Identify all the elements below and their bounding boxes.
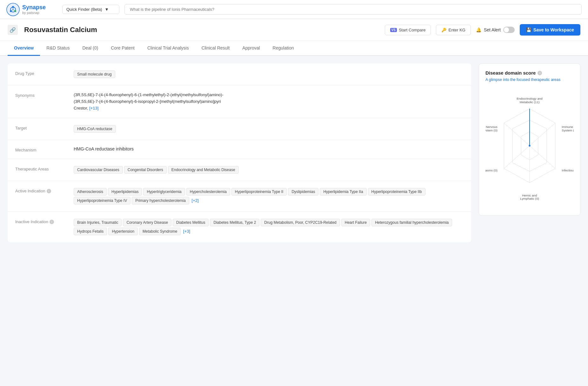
inactive-value: Brain Injuries, TraumaticCoronary Artery… bbox=[74, 218, 464, 236]
mechanism-row: Mechanism HMG-CoA reductase inhibitors bbox=[8, 140, 471, 159]
therapeutic-label: Therapeutic Areas bbox=[15, 165, 66, 171]
synonyms-value: (3R,5S,6E)-7-(4-(4-fluorophenyl)-6-(1-me… bbox=[74, 92, 464, 111]
disease-card-title: Disease domain score i bbox=[485, 70, 574, 76]
drug-icon: 🔗 bbox=[8, 25, 18, 35]
set-alert-group: 🔔 Set Alert bbox=[476, 27, 515, 33]
therapeutic-row: Therapeutic Areas Cardiovascular Disease… bbox=[8, 159, 471, 181]
start-compare-button[interactable]: VS Start Compare bbox=[385, 25, 431, 35]
disease-card: Disease domain score i A glimpse into th… bbox=[479, 63, 580, 216]
logo-synapse-label: Synapse bbox=[22, 4, 46, 11]
therapeutic-tag: Endocrinology and Metabolic Disease bbox=[168, 166, 239, 174]
drug-title: Rosuvastatin Calcium bbox=[24, 26, 378, 34]
tab-overview[interactable]: Overview bbox=[8, 41, 40, 56]
active-indication-tag: Hypercholesterolemia bbox=[186, 188, 230, 196]
dropdown-arrow-icon: ▼ bbox=[105, 7, 109, 12]
active-indication-tag: Hyperlipidemia Type IIa bbox=[320, 188, 366, 196]
drug-type-tag: Small molecule drug bbox=[74, 70, 115, 78]
save-label: Save to Workspace bbox=[533, 27, 574, 32]
disease-info-icon[interactable]: i bbox=[538, 71, 542, 75]
info-section: Drug Type Small molecule drug Synonyms (… bbox=[8, 63, 471, 242]
compare-badge: VS bbox=[390, 28, 397, 32]
save-workspace-button[interactable]: 💾 Save to Workspace bbox=[520, 24, 580, 36]
main-content: Drug Type Small molecule drug Synonyms (… bbox=[0, 56, 588, 250]
disease-domain-panel: Disease domain score i A glimpse into th… bbox=[479, 63, 580, 242]
tab-approval[interactable]: Approval bbox=[236, 41, 266, 56]
active-indication-tag: Hyperlipoproteinemia Type II bbox=[231, 188, 287, 196]
inactive-more-link[interactable]: [+3] bbox=[182, 229, 190, 234]
target-row: Target HMG-CoA reductase bbox=[8, 118, 471, 140]
active-indication-tag: Atherosclerosis bbox=[74, 188, 107, 196]
synonyms-line2: (3R,5S,6E)-7-(4-(4-fluorophenyl)-6-isopr… bbox=[74, 99, 221, 104]
logo-area: Synapse by patsnap bbox=[6, 3, 57, 16]
drug-emoji-icon: 🔗 bbox=[10, 27, 16, 33]
drug-header: 🔗 Rosuvastatin Calcium VS Start Compare … bbox=[0, 19, 588, 41]
inactive-indication-tag: Diabetes Mellitus, Type 2 bbox=[210, 219, 259, 226]
tab-clinical-result[interactable]: Clinical Result bbox=[195, 41, 236, 56]
svg-text:System (0): System (0) bbox=[485, 129, 498, 132]
svg-point-2 bbox=[12, 6, 14, 8]
tab-clinical-trial[interactable]: Clinical Trial Analysis bbox=[141, 41, 195, 56]
active-indication-tag: Hyperlipoproteinemia Type IIb bbox=[368, 188, 425, 196]
synonyms-line3: Crestor, bbox=[74, 106, 88, 110]
inactive-label: Inactive Indication i bbox=[15, 218, 66, 224]
therapeutic-tag: Congenital Disorders bbox=[124, 166, 167, 174]
active-indication-tag: Hypertriglyceridemia bbox=[143, 188, 185, 196]
active-indication-row: Active Indication i AtherosclerosisHyper… bbox=[8, 181, 471, 212]
active-indication-tag: Primary hypercholesterolemia bbox=[132, 197, 189, 204]
active-more-link[interactable]: [+2] bbox=[190, 198, 199, 203]
active-indication-tag: Hyperlipoproteinemia Type IV bbox=[74, 197, 130, 204]
compare-label: Start Compare bbox=[399, 28, 426, 32]
svg-text:Hemic and: Hemic and bbox=[522, 194, 537, 197]
active-info-icon[interactable]: i bbox=[47, 189, 51, 193]
svg-text:Endocrinology and: Endocrinology and bbox=[517, 97, 543, 100]
radar-chart-container: Endocrinology and Metabolic (11) Nervous… bbox=[485, 88, 574, 209]
tab-core-patent[interactable]: Core Patent bbox=[104, 41, 141, 56]
svg-text:System (0): System (0) bbox=[562, 129, 574, 132]
therapeutic-tag: Cardiovascular Diseases bbox=[74, 166, 123, 174]
therapeutic-value: Cardiovascular DiseasesCongenital Disord… bbox=[74, 165, 464, 174]
svg-point-3 bbox=[14, 10, 16, 12]
inactive-indication-tag: Brain Injuries, Traumatic bbox=[74, 219, 122, 226]
svg-text:Lymphatic (0): Lymphatic (0) bbox=[520, 197, 539, 200]
quick-finder-dropdown[interactable]: Quick Finder (Beta) ▼ bbox=[62, 5, 119, 14]
enter-kg-button[interactable]: 🔑 Enter KG bbox=[436, 25, 471, 35]
inactive-indication-tag: Diabetes Mellitus bbox=[173, 219, 209, 226]
inactive-info-icon[interactable]: i bbox=[50, 220, 54, 224]
alert-label: Set Alert bbox=[484, 27, 501, 32]
overview-content: Drug Type Small molecule drug Synonyms (… bbox=[8, 63, 471, 242]
target-tag: HMG-CoA reductase bbox=[74, 125, 116, 133]
radar-chart: Endocrinology and Metabolic (11) Nervous… bbox=[485, 88, 574, 209]
mechanism-label: Mechanism bbox=[15, 146, 66, 152]
inactive-indication-tag: Drug Metabolism, Poor, CYP2C19-Related bbox=[261, 219, 340, 226]
drug-type-row: Drug Type Small molecule drug bbox=[8, 63, 471, 85]
target-label: Target bbox=[15, 124, 66, 130]
alert-toggle[interactable] bbox=[503, 27, 515, 33]
tab-regulation[interactable]: Regulation bbox=[266, 41, 300, 56]
active-indication-tag: Hyperlipidemias bbox=[108, 188, 142, 196]
svg-point-26 bbox=[529, 145, 530, 146]
svg-text:Metabolic (11): Metabolic (11) bbox=[520, 100, 539, 104]
svg-point-4 bbox=[10, 10, 12, 12]
tab-rd-status[interactable]: R&D Status bbox=[40, 41, 76, 56]
drug-type-label: Drug Type bbox=[15, 70, 66, 76]
inactive-indication-tag: Coronary Artery Disease bbox=[123, 219, 171, 226]
tab-bar: Overview R&D Status Deal (0) Core Patent… bbox=[0, 41, 588, 56]
save-icon: 💾 bbox=[526, 27, 531, 32]
synonyms-more[interactable]: [+13] bbox=[89, 106, 98, 110]
inactive-indication-tag: Heart Failure bbox=[341, 219, 370, 226]
active-label: Active Indication i bbox=[15, 187, 66, 193]
svg-text:Neoplasms (0): Neoplasms (0) bbox=[485, 169, 498, 172]
search-input[interactable] bbox=[124, 4, 582, 15]
disease-card-subtitle: A glimpse into the focused therapeutic a… bbox=[485, 77, 574, 82]
finder-label: Quick Finder (Beta) bbox=[66, 7, 102, 12]
active-value: AtherosclerosisHyperlipidemiasHypertrigl… bbox=[74, 187, 464, 205]
tab-deal[interactable]: Deal (0) bbox=[76, 41, 104, 56]
drug-type-value: Small molecule drug bbox=[74, 70, 464, 79]
svg-text:Nervous: Nervous bbox=[486, 125, 498, 129]
disease-title-text: Disease domain score bbox=[485, 70, 536, 76]
target-value: HMG-CoA reductase bbox=[74, 124, 464, 133]
inactive-indication-row: Inactive Indication i Brain Injuries, Tr… bbox=[8, 212, 471, 242]
kg-label: Enter KG bbox=[448, 28, 465, 32]
active-indication-tag: Dyslipidemias bbox=[288, 188, 318, 196]
mechanism-value: HMG-CoA reductase inhibitors bbox=[74, 146, 464, 151]
